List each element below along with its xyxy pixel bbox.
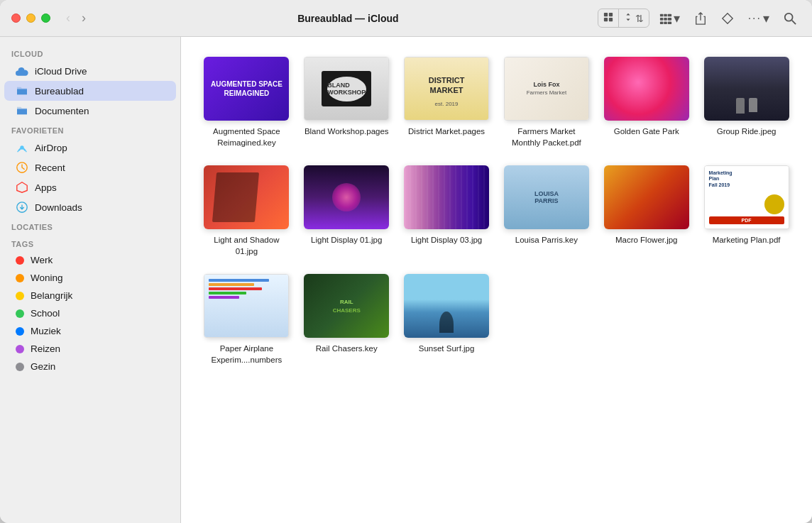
file-thumb-marketing: MarketingPlanFall 2019 PDF bbox=[704, 165, 789, 229]
file-item-farmers[interactable]: Lois Fox Farmers Market Farmers Market M… bbox=[498, 51, 595, 154]
file-name-marketing: Marketing Plan.pdf bbox=[713, 235, 781, 246]
file-name-farmers: Farmers Market Monthly Packet.pdf bbox=[504, 126, 589, 148]
file-item-macro[interactable]: Macro Flower.jpg bbox=[598, 160, 695, 263]
sidebar-item-muziek-label: Muziek bbox=[31, 326, 61, 336]
file-item-golden[interactable]: Golden Gate Park bbox=[598, 51, 695, 154]
svg-rect-2 bbox=[604, 18, 608, 21]
sidebar-item-bureaublad[interactable]: Bureaublad bbox=[4, 81, 176, 101]
file-thumb-lightshadow bbox=[204, 165, 289, 229]
svg-rect-4 bbox=[660, 13, 664, 16]
sidebar-item-muziek[interactable]: Muziek bbox=[4, 322, 176, 340]
muziek-dot bbox=[16, 327, 24, 336]
file-name-lightshadow: Light and Shadow 01.jpg bbox=[204, 235, 289, 257]
file-item-louisa[interactable]: LOUISAPARRIS Louisa Parris.key bbox=[498, 160, 595, 263]
file-item-group[interactable]: Group Ride.jpeg bbox=[698, 51, 795, 154]
file-item-lightdisplay3[interactable]: Light Display 03.jpg bbox=[398, 160, 495, 263]
tag-button[interactable] bbox=[717, 9, 738, 28]
sidebar-locaties-label: Locaties bbox=[0, 217, 180, 234]
nav-buttons: ‹ › bbox=[62, 9, 90, 27]
sidebar-item-reizen[interactable]: Reizen bbox=[4, 340, 176, 358]
file-thumb-lightdisplay3 bbox=[404, 165, 489, 229]
file-thumb-rail: RAIL CHASERS bbox=[304, 274, 389, 338]
sidebar-item-icloud-drive-label: iCloud Drive bbox=[35, 66, 87, 77]
sidebar-tags-label: Tags bbox=[0, 234, 180, 251]
sidebar-item-bureaublad-label: Bureaublad bbox=[35, 86, 84, 97]
file-name-group: Group Ride.jpeg bbox=[717, 126, 777, 138]
file-name-lightdisplay3: Light Display 03.jpg bbox=[411, 235, 482, 246]
file-name-paper: Paper Airplane Experim....numbers bbox=[204, 343, 289, 365]
file-thumb-lightdisplay1 bbox=[304, 165, 389, 229]
sidebar-item-airdrop[interactable]: AirDrop bbox=[4, 138, 176, 158]
sidebar: iCloud iCloud Drive Bureaublad bbox=[0, 37, 181, 523]
share-button[interactable] bbox=[690, 9, 711, 28]
sort-button[interactable]: ⇅ bbox=[619, 9, 649, 27]
sidebar-item-documenten[interactable]: Documenten bbox=[4, 101, 176, 121]
window-title: Bureaublad — iCloud bbox=[99, 13, 598, 24]
airdrop-icon bbox=[16, 141, 28, 154]
recent-icon bbox=[16, 161, 28, 174]
sidebar-item-school-label: School bbox=[31, 308, 60, 319]
close-button[interactable] bbox=[11, 13, 21, 23]
sidebar-item-reizen-label: Reizen bbox=[31, 343, 60, 354]
search-button[interactable] bbox=[779, 9, 801, 28]
file-name-louisa: Louisa Parris.key bbox=[515, 235, 578, 246]
file-name-golden: Golden Gate Park bbox=[614, 126, 679, 138]
file-name-district: District Market.pages bbox=[408, 126, 485, 138]
sidebar-favorieten-label: Favorieten bbox=[0, 121, 180, 138]
minimize-button[interactable] bbox=[26, 13, 35, 23]
svg-line-14 bbox=[792, 20, 796, 23]
sidebar-item-woning[interactable]: Woning bbox=[4, 269, 176, 287]
sidebar-item-airdrop-label: AirDrop bbox=[35, 143, 67, 153]
svg-rect-8 bbox=[664, 18, 667, 21]
file-thumb-district: DISTRICTMARKET est. 2019 bbox=[404, 57, 489, 121]
file-item-bland[interactable]: BLANDWORKSHOP Bland Workshop.pages bbox=[298, 51, 395, 154]
sidebar-item-downloads-label: Downloads bbox=[35, 202, 82, 213]
maximize-button[interactable] bbox=[41, 13, 50, 23]
svg-rect-0 bbox=[604, 13, 608, 16]
sidebar-item-apps[interactable]: Apps bbox=[4, 177, 176, 197]
file-thumb-macro bbox=[604, 165, 689, 229]
file-thumb-sunset bbox=[404, 274, 489, 338]
file-item-paper[interactable]: Paper Airplane Experim....numbers bbox=[198, 268, 295, 371]
sidebar-item-recent[interactable]: Recent bbox=[4, 158, 176, 177]
sidebar-item-gezin[interactable]: Gezin bbox=[4, 358, 176, 375]
file-thumb-farmers: Lois Fox Farmers Market bbox=[504, 57, 589, 121]
sidebar-item-werk-label: Werk bbox=[31, 255, 53, 265]
toolbar-actions: ⇅ ▾ bbox=[598, 8, 801, 29]
file-item-rail[interactable]: RAIL CHASERS Rail Chasers.key bbox=[298, 268, 395, 371]
file-item-lightshadow[interactable]: Light and Shadow 01.jpg bbox=[198, 160, 295, 263]
gallery-view-button[interactable]: ▾ bbox=[655, 8, 684, 29]
finder-window: ‹ › Bureaublad — iCloud ⇅ bbox=[0, 0, 812, 523]
file-thumb-louisa: LOUISAPARRIS bbox=[504, 165, 589, 229]
svg-rect-11 bbox=[664, 21, 667, 24]
file-item-lightdisplay1[interactable]: Light Display 01.jpg bbox=[298, 160, 395, 263]
sidebar-item-icloud-drive[interactable]: iCloud Drive bbox=[4, 61, 176, 81]
file-name-sunset: Sunset Surf.jpg bbox=[419, 343, 475, 355]
forward-button[interactable]: › bbox=[77, 9, 90, 27]
view-toggle: ⇅ bbox=[598, 9, 649, 28]
apps-icon bbox=[16, 181, 28, 194]
icloud-icon bbox=[16, 65, 28, 77]
file-item-marketing[interactable]: MarketingPlanFall 2019 PDF Marketing Pla… bbox=[698, 160, 795, 263]
folder-icon bbox=[16, 84, 28, 97]
file-item-district[interactable]: DISTRICTMARKET est. 2019 District Market… bbox=[398, 51, 495, 154]
sidebar-item-werk[interactable]: Werk bbox=[4, 251, 176, 269]
reizen-dot bbox=[16, 345, 24, 353]
titlebar: ‹ › Bureaublad — iCloud ⇅ bbox=[0, 0, 812, 37]
svg-rect-9 bbox=[667, 18, 671, 21]
woning-dot bbox=[16, 274, 24, 282]
sidebar-item-belangrijk[interactable]: Belangrijk bbox=[4, 287, 176, 304]
icon-view-button[interactable] bbox=[598, 9, 619, 27]
more-button[interactable]: ··· ▾ bbox=[744, 8, 774, 29]
file-thumb-paper bbox=[204, 274, 289, 338]
file-name-macro: Macro Flower.jpg bbox=[615, 235, 678, 246]
file-item-augmented[interactable]: AUGMENTED SPACE REIMAGINED Augmented Spa… bbox=[198, 51, 295, 154]
back-button[interactable]: ‹ bbox=[62, 9, 75, 27]
sidebar-item-school[interactable]: School bbox=[4, 304, 176, 322]
svg-rect-3 bbox=[609, 18, 613, 21]
file-area: AUGMENTED SPACE REIMAGINED Augmented Spa… bbox=[181, 37, 812, 523]
main-content: iCloud iCloud Drive Bureaublad bbox=[0, 37, 812, 523]
file-item-sunset[interactable]: Sunset Surf.jpg bbox=[398, 268, 495, 371]
sidebar-item-belangrijk-label: Belangrijk bbox=[31, 290, 72, 301]
sidebar-item-downloads[interactable]: Downloads bbox=[4, 197, 176, 217]
